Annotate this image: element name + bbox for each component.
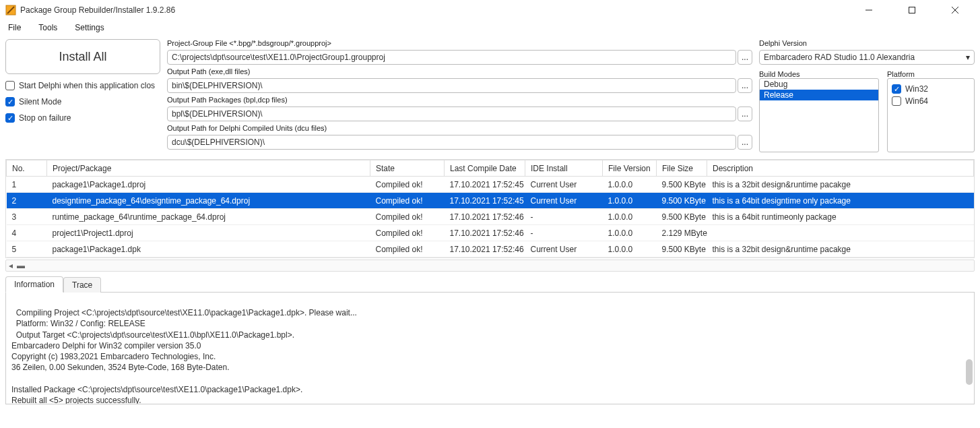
check-stop-on-failure[interactable]: ✓ Stop on failure	[5, 113, 160, 123]
table-row[interactable]: 1package1\Package1.dprojCompiled ok!17.1…	[7, 177, 974, 193]
build-mode-debug[interactable]: Debug	[760, 79, 878, 90]
cell-ver: 1.0.0.0	[603, 225, 657, 241]
cell-ver: 1.0.0.0	[603, 177, 657, 193]
check-silent-mode-label: Silent Mode	[19, 97, 61, 106]
cell-state: Compiled ok!	[370, 241, 445, 257]
check-start-delphi-label: Start Delphi when this application clos	[19, 81, 155, 90]
check-start-delphi[interactable]: Start Delphi when this application clos	[5, 81, 160, 90]
platform-win64-label: Win64	[905, 96, 928, 106]
delphi-version-label: Delphi Version	[759, 39, 975, 47]
delphi-version-combo[interactable]: Embarcadero RAD Studio 11.0 Alexandria ▾	[759, 50, 975, 65]
cell-size: 9.500 KByte	[657, 193, 707, 209]
project-group-file-label: Project-Group File <*.bpg/*.bdsgroup/*.g…	[167, 39, 752, 47]
menubar: File Tools Settings	[0, 20, 980, 35]
col-description[interactable]: Description	[707, 160, 974, 177]
cell-last: 17.10.2021 17:52:46	[445, 225, 525, 241]
table-row[interactable]: 5package1\Package1.dpkCompiled ok!17.10.…	[7, 241, 974, 257]
col-file-size[interactable]: File Size	[657, 160, 707, 177]
log-output[interactable]: Compiling Project <C:\projects\dpt\sourc…	[5, 293, 975, 404]
output-dcu-label: Output Path for Delphi Compiled Units (d…	[167, 124, 752, 132]
cell-size: 2.129 MByte	[657, 225, 707, 241]
col-last-compile[interactable]: Last Compile Date	[445, 160, 525, 177]
build-mode-release[interactable]: Release	[760, 90, 878, 100]
vertical-scrollbar-thumb[interactable]	[966, 359, 973, 385]
top-controls: Install All Start Delphi when this appli…	[0, 35, 980, 156]
svg-rect-1	[909, 7, 915, 13]
output-dcu-input[interactable]: dcu\$(DELPHIVERSION)\	[167, 135, 736, 150]
table-row[interactable]: 4project1\Project1.dprojCompiled ok!17.1…	[7, 225, 974, 241]
table-row[interactable]: 3runtime_package_64\runtime_package_64.d…	[7, 209, 974, 225]
col-no[interactable]: No.	[7, 160, 47, 177]
install-all-button[interactable]: Install All	[5, 39, 160, 74]
projects-table[interactable]: No. Project/Package State Last Compile D…	[5, 159, 975, 258]
cell-ver: 1.0.0.0	[603, 241, 657, 257]
cell-no: 2	[7, 193, 47, 209]
close-button[interactable]	[940, 0, 971, 20]
app-icon	[5, 5, 16, 16]
cell-ver: 1.0.0.0	[603, 193, 657, 209]
cell-project: project1\Project1.dproj	[47, 225, 370, 241]
cell-desc	[707, 225, 974, 241]
cell-project: package1\Package1.dpk	[47, 241, 370, 257]
cell-state: Compiled ok!	[370, 193, 445, 209]
cell-state: Compiled ok!	[370, 177, 445, 193]
cell-ide: -	[525, 209, 603, 225]
cell-desc: this is a 64bit designtime only package	[707, 193, 974, 209]
minimize-button[interactable]	[853, 0, 884, 20]
cell-ide: -	[525, 225, 603, 241]
check-silent-mode[interactable]: ✓ Silent Mode	[5, 97, 160, 106]
left-column: Install All Start Delphi when this appli…	[5, 39, 160, 152]
cell-size: 9.500 KByte	[657, 177, 707, 193]
titlebar: Package Group Rebuilder/Installer 1.9.2.…	[0, 0, 980, 20]
build-modes-label: Build Modes	[759, 70, 879, 78]
output-exe-input[interactable]: bin\$(DELPHIVERSION)\	[167, 78, 736, 93]
chevron-down-icon: ▾	[966, 53, 970, 62]
cell-ver: 1.0.0.0	[603, 209, 657, 225]
cell-no: 5	[7, 241, 47, 257]
cell-last: 17.10.2021 17:52:46	[445, 209, 525, 225]
horizontal-scrollbar[interactable]: ◂ ▬	[5, 259, 975, 272]
cell-no: 1	[7, 177, 47, 193]
cell-project: package1\Package1.dproj	[47, 177, 370, 193]
col-project[interactable]: Project/Package	[47, 160, 370, 177]
cell-project: runtime_package_64\runtime_package_64.dp…	[47, 209, 370, 225]
browse-dcu-button[interactable]: ...	[738, 135, 752, 150]
output-exe-label: Output Path (exe,dll files)	[167, 67, 752, 75]
platform-label: Platform	[887, 70, 975, 78]
cell-ide: Current User	[525, 177, 603, 193]
tab-trace[interactable]: Trace	[63, 277, 101, 293]
maximize-button[interactable]	[896, 0, 927, 20]
right-column: Delphi Version Embarcadero RAD Studio 11…	[759, 39, 975, 152]
table-header-row: No. Project/Package State Last Compile D…	[7, 160, 974, 177]
platform-panel: ✓ Win32 Win64	[887, 78, 975, 152]
build-modes-list[interactable]: Debug Release	[759, 78, 879, 152]
scroll-left-icon[interactable]: ◂	[9, 261, 13, 270]
cell-desc: this is a 64bit runtimeonly package	[707, 209, 974, 225]
scroll-end-icon[interactable]: ▬	[17, 261, 23, 270]
window-buttons	[853, 0, 975, 20]
cell-ide: Current User	[525, 193, 603, 209]
platform-win32-label: Win32	[905, 84, 928, 94]
browse-pkg-button[interactable]: ...	[738, 106, 752, 121]
browse-exe-button[interactable]: ...	[738, 78, 752, 93]
col-ide-install[interactable]: IDE Install	[525, 160, 603, 177]
output-pkg-input[interactable]: bpl\$(DELPHIVERSION)\	[167, 106, 736, 121]
table-row[interactable]: 2designtime_package_64\designtime_packag…	[7, 193, 974, 209]
tab-information[interactable]: Information	[5, 276, 63, 293]
project-group-file-input[interactable]: C:\projects\dpt\source\test\XE11.0\Proje…	[167, 50, 736, 65]
cell-desc: this is a 32bit design&runtime pacakge	[707, 177, 974, 193]
platform-win64[interactable]: Win64	[892, 96, 970, 106]
check-stop-on-failure-label: Stop on failure	[19, 113, 71, 123]
col-file-version[interactable]: File Version	[603, 160, 657, 177]
menu-settings[interactable]: Settings	[71, 22, 108, 34]
menu-tools[interactable]: Tools	[34, 22, 61, 34]
menu-file[interactable]: File	[4, 22, 25, 34]
platform-win32[interactable]: ✓ Win32	[892, 84, 970, 94]
paths-column: Project-Group File <*.bpg/*.bdsgroup/*.g…	[167, 39, 752, 152]
browse-project-group-button[interactable]: ...	[738, 50, 752, 65]
checkbox-icon	[892, 96, 901, 106]
cell-last: 17.10.2021 17:52:45	[445, 177, 525, 193]
col-state[interactable]: State	[370, 160, 445, 177]
delphi-version-value: Embarcadero RAD Studio 11.0 Alexandria	[764, 53, 915, 62]
cell-last: 17.10.2021 17:52:46	[445, 241, 525, 257]
